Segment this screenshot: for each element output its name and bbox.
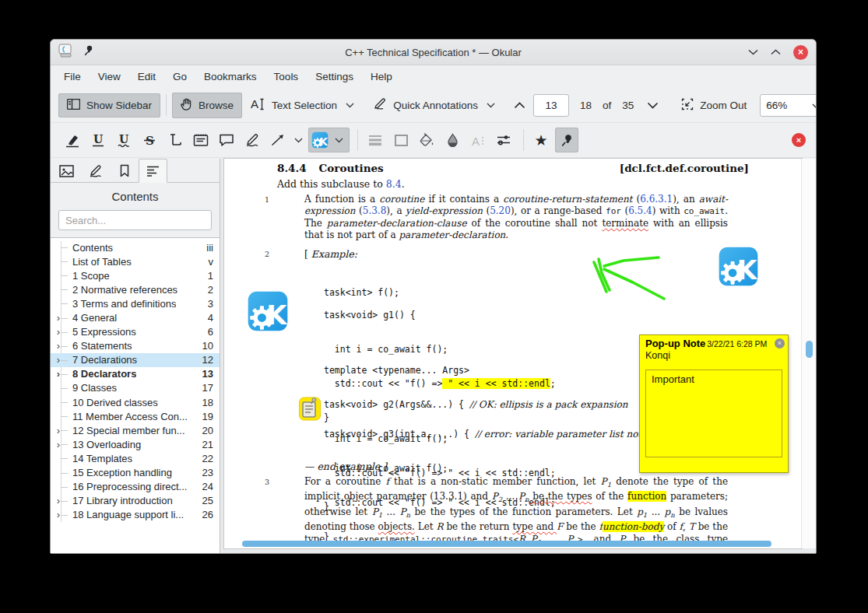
font-settings-icon[interactable]: A [466,128,490,152]
popup-note-window[interactable]: Pop-up Note 3/22/21 6:28 PM × Konqi Impo… [639,335,789,473]
tab-bookmarks[interactable] [110,159,139,183]
paragraph-number: 1 [265,195,269,204]
text-selection-button[interactable]: A Text Selection [242,93,365,118]
favorite-star-icon[interactable]: ★ [529,128,553,152]
paragraph-3: For a coroutine f that is a non-static m… [304,476,728,548]
toolbar-separator [523,129,524,151]
toc-item[interactable]: ›6 Statements10 [51,339,220,353]
pin-icon[interactable] [83,45,93,59]
typewriter-tool-icon[interactable] [163,128,187,152]
page-of-label: of [597,100,617,111]
arrow-tool-chevron-icon[interactable] [292,138,305,143]
highlighter-tool-icon[interactable] [61,128,84,152]
toolbar-separator [166,94,167,116]
kde-logo-stamp-annotation[interactable] [716,246,761,287]
toc-item[interactable]: ›17 Library introduction25 [51,494,220,508]
menu-tools[interactable]: Tools [265,67,307,86]
sidebar-title: Contents [51,183,220,208]
toc-item[interactable]: 15 Exception handling23 [51,466,220,480]
slider-settings-icon[interactable] [492,128,515,152]
toc-item[interactable]: ›4 General4 [51,310,220,324]
kde-stamp-tool-icon[interactable] [308,128,332,152]
chevron-down-icon[interactable] [343,103,357,108]
window-shade-down-icon[interactable] [748,49,758,55]
toc-item[interactable]: List of Tablesv [51,254,220,268]
arrow-tool-icon[interactable] [266,128,290,152]
underline-tool-icon[interactable]: U [86,128,110,152]
kde-logo-stamp-annotation[interactable] [246,290,290,332]
quick-annotations-button[interactable]: Quick Annotations [365,93,506,117]
vertical-scrollbar[interactable] [801,159,816,548]
fill-color-bucket-icon[interactable] [415,128,438,152]
zoom-out-button[interactable]: Zoom Out [673,93,755,118]
main-toolbar: Show Sidebar Browse A Text Selection [51,88,816,123]
toc-item[interactable]: 1 Scope1 [51,268,220,282]
section-stable-tag: [dcl.fct.def.coroutine] [620,162,749,174]
browse-tool-button[interactable]: Browse [172,93,242,118]
toc-item[interactable]: 14 Templates22 [51,451,220,465]
menubar: File View Edit Go Bookmarks Tools Settin… [51,65,816,88]
menu-settings[interactable]: Settings [307,67,362,86]
opacity-droplet-icon[interactable] [441,128,464,152]
toc-item[interactable]: 10 Derived classes18 [51,395,220,409]
previous-page-icon[interactable] [506,102,533,109]
page-number-input[interactable] [533,94,569,117]
popup-note-tool-icon[interactable] [215,128,238,152]
section-heading: 8.4.4Coroutines [277,162,384,174]
titlebar[interactable]: C++ Technical Specification * — Okular × [51,40,816,65]
zoom-level-combobox[interactable]: 66% [760,94,817,117]
toc-item[interactable]: 16 Preprocessing direct...24 [51,480,220,494]
window-close-button[interactable]: × [793,45,808,60]
toc-item[interactable]: 9 Classes17 [51,381,220,395]
line-width-icon[interactable] [364,128,387,152]
strikeout-tool-icon[interactable]: S [138,128,161,152]
tab-contents[interactable] [139,159,167,183]
annotation-toolbar-close-button[interactable]: × [792,133,806,147]
toc-item[interactable]: 11 Member Access Con...19 [51,409,220,423]
next-page-icon[interactable] [639,102,666,109]
inline-note-tool-icon[interactable] [189,128,213,152]
pin-toolbar-icon[interactable] [555,128,578,152]
menu-bookmarks[interactable]: Bookmarks [195,67,265,86]
expander-icon: › [53,494,64,508]
toc-item[interactable]: ›18 Language support li...26 [51,508,220,522]
show-sidebar-button[interactable]: Show Sidebar [58,93,160,117]
green-ink-annotation[interactable] [582,247,676,306]
freehand-ink-tool-icon[interactable] [241,128,264,152]
chevron-down-icon[interactable] [484,103,497,108]
menu-view[interactable]: View [90,67,129,86]
desktop-background: K C++ Technical Specification * — Okular [0,0,868,613]
tab-thumbnails[interactable] [52,159,81,183]
search-input[interactable] [58,210,212,230]
vertical-scrollbar-thumb[interactable] [806,341,813,358]
toc-item[interactable]: ›13 Overloading21 [51,437,220,451]
text-selection-icon: A [251,98,265,113]
subclause-line: Add this subclause to 8.4. [277,178,405,190]
expander-icon: › [53,508,64,522]
window-maximize-icon[interactable] [771,49,781,55]
hand-icon [181,98,192,113]
toc-item-current[interactable]: ›8 Declarators13 [51,367,220,381]
stamp-tool-chevron-icon[interactable] [332,138,350,143]
toc-item[interactable]: ›5 Expressions6 [51,325,220,339]
menu-go[interactable]: Go [164,67,195,86]
horizontal-scrollbar-thumb[interactable] [242,541,771,547]
toc-item-selected[interactable]: ›7 Declarations12 [51,353,220,367]
menu-help[interactable]: Help [362,67,401,86]
toc-item[interactable]: ›12 Special member fun...20 [51,423,220,437]
thumbnails-icon [59,165,74,177]
popup-note-close-button[interactable]: × [775,338,785,349]
expander-icon: › [53,339,64,353]
toc-item[interactable]: Contentsiii [51,240,220,254]
toc-item[interactable]: 2 Normative references2 [51,282,220,296]
popup-note-text[interactable]: Important [645,370,782,457]
shape-outline-icon[interactable] [389,128,413,152]
svg-text:A: A [251,98,258,110]
toc-item[interactable]: 3 Terms and definitions3 [51,296,220,310]
squiggle-tool-icon[interactable]: U [112,128,135,152]
menu-edit[interactable]: Edit [129,67,164,86]
menu-file[interactable]: File [55,67,90,86]
tab-annotations[interactable] [81,159,110,183]
stamp-tool-group[interactable] [308,128,350,152]
note-anchor-icon[interactable] [299,395,321,421]
